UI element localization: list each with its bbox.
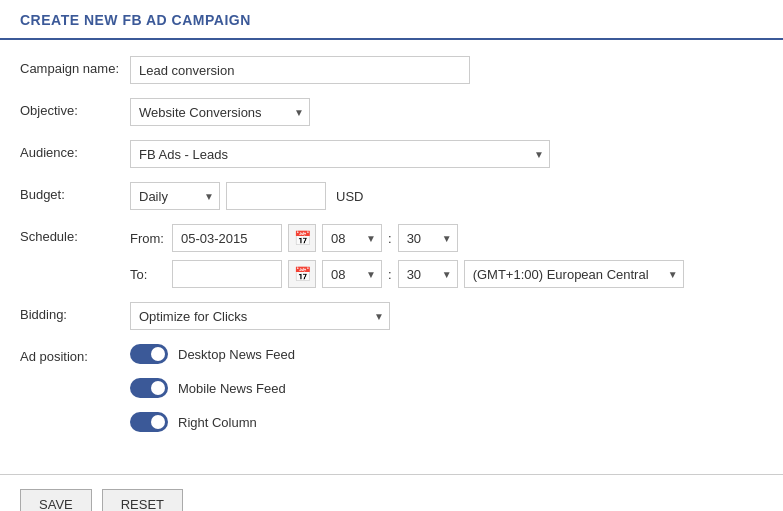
right-column-label: Right Column [178, 415, 257, 430]
to-hour-wrapper: 08 00010203 ▼ [322, 260, 382, 288]
to-minute-wrapper: 30 001545 ▼ [398, 260, 458, 288]
form-area: Campaign name: Objective: Website Conver… [0, 40, 783, 464]
budget-control: Daily Lifetime ▼ USD [130, 182, 763, 210]
schedule-control: From: 📅 08 00010203 04050607 09101112 ▼ [130, 224, 763, 288]
objective-label: Objective: [20, 98, 130, 118]
objective-select[interactable]: Website Conversions Page Post Engagement… [130, 98, 310, 126]
budget-currency-label: USD [336, 189, 363, 204]
campaign-name-control [130, 56, 763, 84]
campaign-name-row: Campaign name: [20, 56, 763, 84]
audience-control: FB Ads - Leads All Users Custom Audience… [130, 140, 763, 168]
to-calendar-icon[interactable]: 📅 [288, 260, 316, 288]
schedule-to-row: To: 📅 08 00010203 ▼ : [130, 260, 684, 288]
campaign-name-label: Campaign name: [20, 56, 130, 76]
budget-row: Budget: Daily Lifetime ▼ USD [20, 182, 763, 210]
from-minute-wrapper: 30 001545 ▼ [398, 224, 458, 252]
ad-position-right-column: Right Column [130, 412, 295, 432]
bidding-select[interactable]: Optimize for Clicks Optimize for Impress… [130, 302, 390, 330]
ad-position-control: Desktop News Feed Mobile News Feed Right… [130, 344, 763, 440]
budget-period-wrapper: Daily Lifetime ▼ [130, 182, 220, 210]
page-container: CREATE NEW FB AD CAMPAIGN Campaign name:… [0, 0, 783, 511]
audience-label: Audience: [20, 140, 130, 160]
from-calendar-icon[interactable]: 📅 [288, 224, 316, 252]
page-header: CREATE NEW FB AD CAMPAIGN [0, 0, 783, 40]
desktop-news-feed-label: Desktop News Feed [178, 347, 295, 362]
bidding-control: Optimize for Clicks Optimize for Impress… [130, 302, 763, 330]
ad-position-label: Ad position: [20, 344, 130, 364]
page-title: CREATE NEW FB AD CAMPAIGN [20, 12, 251, 28]
bidding-select-wrapper: Optimize for Clicks Optimize for Impress… [130, 302, 390, 330]
timezone-wrapper: (GMT+1:00) European Central (GMT+0:00) U… [464, 260, 684, 288]
to-hour-select[interactable]: 08 00010203 [322, 260, 382, 288]
from-minute-select[interactable]: 30 001545 [398, 224, 458, 252]
from-colon: : [388, 231, 392, 246]
ad-position-mobile: Mobile News Feed [130, 378, 295, 398]
schedule-row: Schedule: From: 📅 08 00010203 04050607 [20, 224, 763, 288]
right-column-toggle[interactable] [130, 412, 168, 432]
to-date-input[interactable] [172, 260, 282, 288]
mobile-news-feed-label: Mobile News Feed [178, 381, 286, 396]
from-hour-wrapper: 08 00010203 04050607 09101112 ▼ [322, 224, 382, 252]
to-label: To: [130, 267, 166, 282]
budget-label: Budget: [20, 182, 130, 202]
bidding-label: Bidding: [20, 302, 130, 322]
audience-select[interactable]: FB Ads - Leads All Users Custom Audience [130, 140, 550, 168]
from-label: From: [130, 231, 166, 246]
bidding-row: Bidding: Optimize for Clicks Optimize fo… [20, 302, 763, 330]
schedule-from-row: From: 📅 08 00010203 04050607 09101112 ▼ [130, 224, 684, 252]
budget-amount-input[interactable] [226, 182, 326, 210]
objective-control: Website Conversions Page Post Engagement… [130, 98, 763, 126]
ad-position-row: Ad position: Desktop News Feed Mobile Ne… [20, 344, 763, 440]
audience-select-wrapper: FB Ads - Leads All Users Custom Audience… [130, 140, 550, 168]
schedule-label: Schedule: [20, 224, 130, 244]
ad-position-block: Desktop News Feed Mobile News Feed Right… [130, 344, 295, 440]
campaign-name-input[interactable] [130, 56, 470, 84]
objective-row: Objective: Website Conversions Page Post… [20, 98, 763, 126]
mobile-news-feed-toggle[interactable] [130, 378, 168, 398]
to-colon: : [388, 267, 392, 282]
ad-position-desktop: Desktop News Feed [130, 344, 295, 364]
schedule-block: From: 📅 08 00010203 04050607 09101112 ▼ [130, 224, 684, 288]
timezone-select[interactable]: (GMT+1:00) European Central (GMT+0:00) U… [464, 260, 684, 288]
audience-row: Audience: FB Ads - Leads All Users Custo… [20, 140, 763, 168]
budget-period-select[interactable]: Daily Lifetime [130, 182, 220, 210]
objective-select-wrapper: Website Conversions Page Post Engagement… [130, 98, 310, 126]
save-button[interactable]: SAVE [20, 489, 92, 511]
desktop-news-feed-toggle[interactable] [130, 344, 168, 364]
footer-buttons: SAVE RESET [0, 475, 783, 511]
reset-button[interactable]: RESET [102, 489, 183, 511]
from-hour-select[interactable]: 08 00010203 04050607 09101112 [322, 224, 382, 252]
to-minute-select[interactable]: 30 001545 [398, 260, 458, 288]
from-date-input[interactable] [172, 224, 282, 252]
